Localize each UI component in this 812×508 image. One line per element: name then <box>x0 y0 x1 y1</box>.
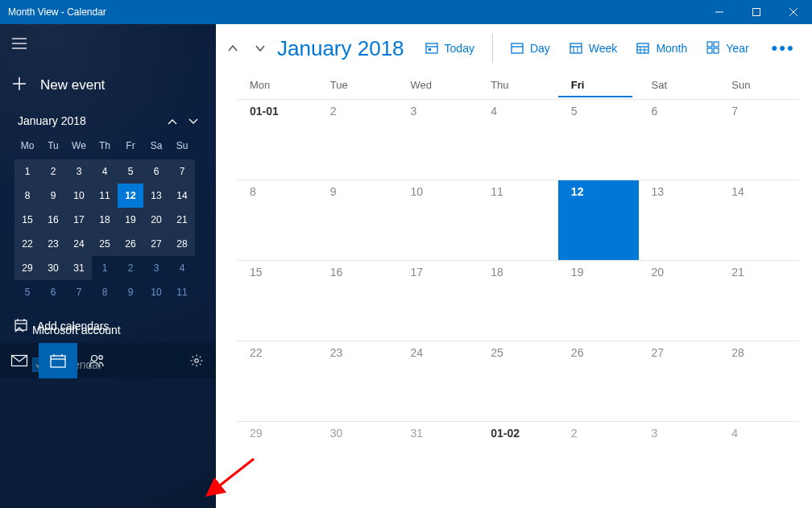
day-cell[interactable]: 3 <box>397 100 478 180</box>
mini-day-cell[interactable]: 25 <box>92 232 118 256</box>
mini-day-cell[interactable]: 5 <box>14 280 40 304</box>
mini-day-cell[interactable]: 20 <box>143 208 169 232</box>
mini-day-cell[interactable]: 14 <box>169 184 195 208</box>
day-cell[interactable]: 9 <box>317 180 398 260</box>
day-cell[interactable]: 7 <box>719 100 799 180</box>
mini-day-cell[interactable]: 16 <box>40 208 66 232</box>
mini-day-cell[interactable]: 17 <box>66 208 92 232</box>
day-cell[interactable]: 25 <box>478 341 558 421</box>
day-cell[interactable]: 31 <box>397 422 478 502</box>
mini-day-cell[interactable]: 26 <box>118 232 143 256</box>
day-cell[interactable]: 28 <box>719 341 799 421</box>
mini-day-cell[interactable]: 11 <box>169 280 195 304</box>
mini-day-cell[interactable]: 7 <box>66 280 92 304</box>
mini-day-cell[interactable]: 6 <box>143 159 169 184</box>
mini-day-cell[interactable]: 9 <box>40 184 66 208</box>
day-view-button[interactable]: Day <box>503 36 558 61</box>
people-tab[interactable] <box>77 343 116 378</box>
mini-day-cell[interactable]: 2 <box>40 159 66 184</box>
window-close-button[interactable] <box>775 0 812 24</box>
mini-day-cell[interactable]: 5 <box>118 159 143 184</box>
day-cell[interactable]: 19 <box>558 261 639 341</box>
mail-tab[interactable] <box>0 343 39 378</box>
mini-day-cell[interactable]: 1 <box>14 159 40 184</box>
mini-day-cell[interactable]: 7 <box>169 159 195 184</box>
day-cell[interactable]: 16 <box>317 261 398 341</box>
day-cell[interactable]: 4 <box>478 100 558 180</box>
mini-day-cell[interactable]: 12 <box>118 184 143 208</box>
day-cell[interactable]: 23 <box>317 341 398 421</box>
hamburger-button[interactable] <box>0 24 39 63</box>
day-cell[interactable]: 6 <box>639 100 719 180</box>
day-cell[interactable]: 2 <box>317 100 398 180</box>
next-month-button[interactable] <box>246 32 274 64</box>
mini-day-cell[interactable]: 4 <box>169 256 195 280</box>
day-cell[interactable]: 20 <box>639 261 719 341</box>
day-cell[interactable]: 27 <box>639 341 719 421</box>
mini-day-cell[interactable]: 11 <box>92 184 118 208</box>
window-minimize-button[interactable] <box>701 0 738 24</box>
mini-day-cell[interactable]: 8 <box>92 280 118 304</box>
mini-day-cell[interactable]: 19 <box>118 208 143 232</box>
day-cell[interactable]: 11 <box>478 180 558 260</box>
svg-rect-39 <box>707 48 712 53</box>
day-header: Sun <box>719 79 799 96</box>
mini-day-cell[interactable]: 15 <box>14 208 40 232</box>
day-cell[interactable]: 2 <box>558 422 639 502</box>
mini-day-cell[interactable]: 31 <box>66 256 92 280</box>
mini-day-cell[interactable]: 3 <box>66 159 92 184</box>
day-cell[interactable]: 17 <box>397 261 478 341</box>
day-cell[interactable]: 3 <box>639 422 719 502</box>
mini-day-cell[interactable]: 8 <box>14 184 40 208</box>
day-cell[interactable]: 01-01 <box>237 100 317 180</box>
day-cell[interactable]: 15 <box>237 261 317 341</box>
mini-day-cell[interactable]: 28 <box>169 232 195 256</box>
day-cell[interactable]: 5 <box>558 100 639 180</box>
add-calendars-button[interactable]: Add calendars <box>0 310 216 341</box>
day-cell[interactable]: 18 <box>478 261 558 341</box>
new-event-button[interactable]: New event <box>0 66 216 105</box>
mini-day-cell[interactable]: 30 <box>40 256 66 280</box>
mini-day-cell[interactable]: 23 <box>40 232 66 256</box>
more-button[interactable]: ••• <box>764 38 803 59</box>
mini-day-cell[interactable]: 21 <box>169 208 195 232</box>
mini-day-cell[interactable]: 10 <box>66 184 92 208</box>
day-cell[interactable]: 13 <box>639 180 719 260</box>
day-cell[interactable]: 01-02 <box>478 422 558 502</box>
mini-day-head: Tu <box>40 135 66 159</box>
day-cell[interactable]: 24 <box>397 341 478 421</box>
calendar-tab[interactable] <box>39 343 77 378</box>
mini-day-cell[interactable]: 29 <box>14 256 40 280</box>
mini-day-cell[interactable]: 3 <box>143 256 169 280</box>
mini-day-cell[interactable]: 27 <box>143 232 169 256</box>
mini-day-cell[interactable]: 2 <box>118 256 143 280</box>
mini-day-cell[interactable]: 4 <box>92 159 118 184</box>
mini-day-cell[interactable]: 1 <box>92 256 118 280</box>
week-view-button[interactable]: Week <box>561 36 626 61</box>
day-cell[interactable]: 12 <box>558 180 639 260</box>
mini-day-cell[interactable]: 24 <box>66 232 92 256</box>
mini-prev-month-button[interactable] <box>168 114 177 127</box>
mini-next-month-button[interactable] <box>188 114 198 127</box>
day-cell[interactable]: 26 <box>558 341 639 421</box>
month-view-button[interactable]: Month <box>628 36 695 61</box>
mini-day-cell[interactable]: 6 <box>40 280 66 304</box>
day-cell[interactable]: 8 <box>237 180 317 260</box>
today-button[interactable]: Today <box>417 36 483 61</box>
mini-day-cell[interactable]: 18 <box>92 208 118 232</box>
day-cell[interactable]: 14 <box>719 180 799 260</box>
year-view-button[interactable]: Year <box>698 36 756 61</box>
mini-day-cell[interactable]: 10 <box>143 280 169 304</box>
day-cell[interactable]: 22 <box>237 341 317 421</box>
window-maximize-button[interactable] <box>738 0 775 24</box>
day-cell[interactable]: 29 <box>237 422 317 502</box>
day-cell[interactable]: 30 <box>317 422 398 502</box>
mini-day-cell[interactable]: 22 <box>14 232 40 256</box>
mini-day-cell[interactable]: 13 <box>143 184 169 208</box>
day-cell[interactable]: 4 <box>719 422 799 502</box>
day-cell[interactable]: 10 <box>397 180 478 260</box>
day-cell[interactable]: 21 <box>719 261 799 341</box>
prev-month-button[interactable] <box>219 32 246 64</box>
mini-day-cell[interactable]: 9 <box>118 280 143 304</box>
settings-button[interactable] <box>177 343 216 378</box>
